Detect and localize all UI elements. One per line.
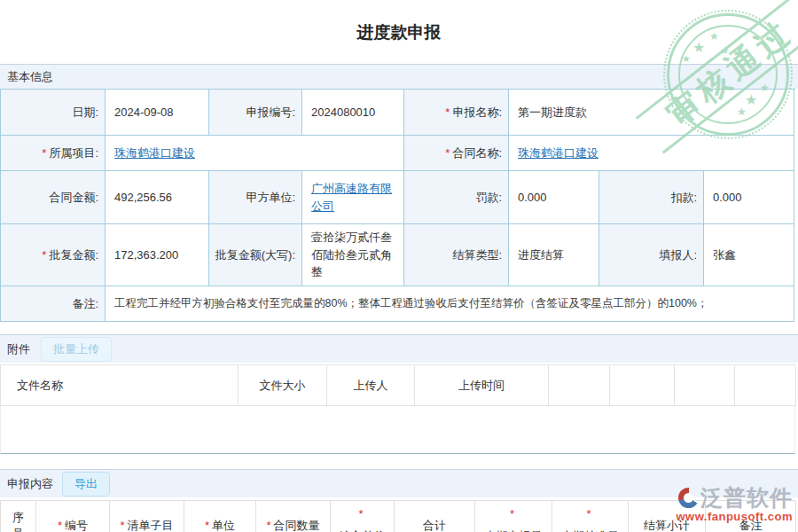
star-icon: ★ xyxy=(720,44,730,57)
filler-value: 张鑫 xyxy=(704,224,794,286)
col-header-total: 合计 xyxy=(395,501,475,532)
declare-content-title: 申报内容 xyxy=(7,476,53,492)
attach-col-empty xyxy=(735,365,796,406)
col-header-unit-price: *综合单价 xyxy=(331,501,395,532)
remark-value: 工程完工并经甲方初验合格支付至完成量的80%；整体工程通过验收后支付至结算价（含… xyxy=(106,286,794,322)
required-asterisk: * xyxy=(510,506,514,522)
remark-label: 备注: xyxy=(1,286,106,322)
col-header-remark: 备注 xyxy=(706,501,796,532)
required-asterisk: * xyxy=(358,506,363,522)
filler-label: 填报人: xyxy=(599,224,704,286)
attach-col-empty xyxy=(675,365,735,406)
export-button[interactable]: 导出 xyxy=(62,472,110,497)
col-header-file-name: 文件名称 xyxy=(1,365,239,406)
col-header-unit: *单位 xyxy=(184,501,256,532)
attachments-empty-area xyxy=(0,406,795,454)
col-header-settlement-subtotal: 结算小计 xyxy=(629,501,706,532)
col-header-seq: 序号 xyxy=(1,501,36,532)
party-a-link[interactable]: 广州高速路有限公司 xyxy=(311,180,395,215)
col-header-upload-time: 上传时间 xyxy=(415,365,549,406)
attach-col-empty xyxy=(610,365,675,406)
declaration-no-label: 申报编号: xyxy=(209,90,302,136)
party-a-label: 甲方单位: xyxy=(209,171,302,224)
required-asterisk: * xyxy=(445,145,450,162)
approved-amount-cn-label: 批复金额(大写): xyxy=(209,224,302,286)
approved-amount-value: 172,363.200 xyxy=(106,224,209,286)
approved-amount-cn-value: 壹拾柒万贰仟叁佰陆拾叁元贰角整 xyxy=(302,224,404,286)
section-header-declare-content: 申报内容 导出 xyxy=(0,469,798,497)
approved-amount-label: *批复金额: xyxy=(1,224,106,286)
page-title: 进度款申报 xyxy=(0,0,798,44)
deduction-label: 扣款: xyxy=(599,171,704,224)
project-link[interactable]: 珠海鹤港口建设 xyxy=(114,145,195,162)
penalty-value: 0.000 xyxy=(509,171,599,224)
contract-name-value: 珠海鹤港口建设 xyxy=(509,136,794,171)
basic-info-table: 日期: 2024-09-08 申报编号: 2024080010 *申报名称: 第… xyxy=(0,89,795,322)
progress-payment-declaration-page: 进度款申报 基本信息 日期: 2024-09-08 申报编号: 20240800… xyxy=(0,0,798,532)
batch-upload-button[interactable]: 批量上传 xyxy=(41,337,112,362)
col-header-uploader: 上传人 xyxy=(327,365,415,406)
project-label: *所属项目: xyxy=(1,136,106,171)
penalty-label: 罚款: xyxy=(404,171,509,224)
contract-name-label: *合同名称: xyxy=(404,136,509,171)
declaration-name-value: 第一期进度款 xyxy=(509,90,794,136)
party-a-value: 广州高速路有限公司 xyxy=(302,171,404,224)
declaration-name-label: *申报名称: xyxy=(404,90,509,136)
attachments-title: 附件 xyxy=(7,341,30,357)
col-header-current-approved-qty: *本期核准量 xyxy=(552,501,629,532)
contract-amount-label: 合同金额: xyxy=(1,171,106,224)
required-asterisk: * xyxy=(120,518,124,532)
settlement-type-label: 结算类型: xyxy=(404,224,509,286)
col-header-current-declared-qty: *本期申报量 xyxy=(475,501,552,532)
required-asterisk: * xyxy=(445,104,450,121)
declare-table-header: 序号 *编号 *清单子目 *单位 *合同数量 *综合单价 合计 *本期申报量 *… xyxy=(0,500,795,532)
col-header-list-item: *清单子目 xyxy=(110,501,184,532)
col-header-file-size: 文件大小 xyxy=(239,365,327,406)
deduction-value: 0.000 xyxy=(704,171,794,224)
project-value: 珠海鹤港口建设 xyxy=(106,136,404,171)
date-value: 2024-09-08 xyxy=(106,90,209,136)
basic-info-title: 基本信息 xyxy=(7,69,53,85)
required-asterisk: * xyxy=(205,518,209,532)
col-header-code: *编号 xyxy=(36,501,110,532)
section-header-attachments: 附件 批量上传 xyxy=(0,334,798,363)
attachments-table-header: 文件名称 文件大小 上传人 上传时间 xyxy=(0,364,795,406)
date-label: 日期: xyxy=(1,90,106,136)
col-header-contract-qty: *合同数量 xyxy=(256,501,331,532)
required-asterisk: * xyxy=(58,518,62,532)
contract-name-link[interactable]: 珠海鹤港口建设 xyxy=(518,145,598,162)
settlement-type-value: 进度结算 xyxy=(509,224,599,286)
required-asterisk: * xyxy=(42,145,46,162)
declaration-no-value: 2024080010 xyxy=(302,90,404,136)
required-asterisk: * xyxy=(586,506,591,522)
attach-col-empty xyxy=(549,365,610,406)
contract-amount-value: 492,256.56 xyxy=(106,171,209,224)
required-asterisk: * xyxy=(266,518,270,532)
section-header-basic-info: 基本信息 xyxy=(0,64,798,89)
required-asterisk: * xyxy=(42,246,46,264)
